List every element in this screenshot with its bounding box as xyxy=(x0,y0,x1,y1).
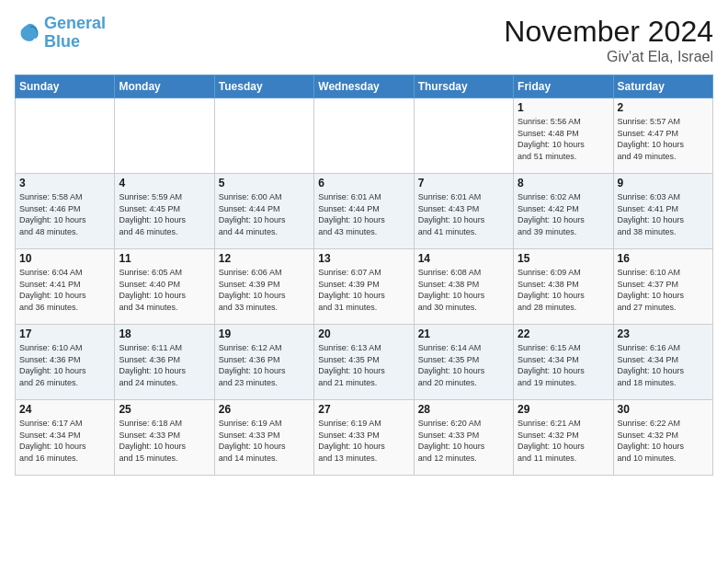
day-number: 9 xyxy=(618,177,709,190)
weekday-header: Tuesday xyxy=(214,75,313,98)
calendar-cell xyxy=(16,98,115,174)
logo-text: General Blue xyxy=(44,15,106,52)
day-number: 20 xyxy=(318,327,409,340)
calendar-cell: 17Sunrise: 6:10 AM Sunset: 4:36 PM Dayli… xyxy=(16,325,115,400)
day-number: 16 xyxy=(618,252,709,265)
calendar-cell: 23Sunrise: 6:16 AM Sunset: 4:34 PM Dayli… xyxy=(613,325,712,400)
calendar-week: 10Sunrise: 6:04 AM Sunset: 4:41 PM Dayli… xyxy=(16,249,713,325)
calendar-cell: 15Sunrise: 6:09 AM Sunset: 4:38 PM Dayli… xyxy=(514,249,613,325)
day-info: Sunrise: 6:09 AM Sunset: 4:38 PM Dayligh… xyxy=(518,267,609,313)
calendar-cell: 19Sunrise: 6:12 AM Sunset: 4:36 PM Dayli… xyxy=(214,325,313,400)
calendar-week: 1Sunrise: 5:56 AM Sunset: 4:48 PM Daylig… xyxy=(16,98,713,174)
calendar-cell: 14Sunrise: 6:08 AM Sunset: 4:38 PM Dayli… xyxy=(414,249,513,325)
day-number: 6 xyxy=(318,177,409,190)
header: General Blue November 2024 Giv'at Ela, I… xyxy=(15,15,713,65)
calendar-header: SundayMondayTuesdayWednesdayThursdayFrid… xyxy=(16,75,713,98)
calendar-cell: 2Sunrise: 5:57 AM Sunset: 4:47 PM Daylig… xyxy=(613,98,712,174)
weekday-header: Thursday xyxy=(414,75,513,98)
calendar-cell: 13Sunrise: 6:07 AM Sunset: 4:39 PM Dayli… xyxy=(314,249,414,325)
day-info: Sunrise: 6:18 AM Sunset: 4:33 PM Dayligh… xyxy=(119,418,210,464)
day-number: 21 xyxy=(418,327,509,340)
calendar-cell: 5Sunrise: 6:00 AM Sunset: 4:44 PM Daylig… xyxy=(214,174,313,249)
calendar-week: 3Sunrise: 5:58 AM Sunset: 4:46 PM Daylig… xyxy=(16,174,713,249)
calendar-cell: 10Sunrise: 6:04 AM Sunset: 4:41 PM Dayli… xyxy=(16,249,115,325)
calendar-cell xyxy=(214,98,313,174)
calendar-cell: 27Sunrise: 6:19 AM Sunset: 4:33 PM Dayli… xyxy=(314,400,414,476)
day-number: 4 xyxy=(119,177,210,190)
calendar-cell: 20Sunrise: 6:13 AM Sunset: 4:35 PM Dayli… xyxy=(314,325,414,400)
weekday-header: Wednesday xyxy=(314,75,414,98)
day-number: 15 xyxy=(518,252,609,265)
calendar-cell: 22Sunrise: 6:15 AM Sunset: 4:34 PM Dayli… xyxy=(514,325,613,400)
weekday-header: Sunday xyxy=(16,75,115,98)
calendar-cell: 3Sunrise: 5:58 AM Sunset: 4:46 PM Daylig… xyxy=(16,174,115,249)
day-number: 2 xyxy=(618,101,709,114)
day-info: Sunrise: 6:15 AM Sunset: 4:34 PM Dayligh… xyxy=(518,342,609,388)
day-info: Sunrise: 6:16 AM Sunset: 4:34 PM Dayligh… xyxy=(618,342,709,388)
weekday-header: Friday xyxy=(514,75,613,98)
day-number: 26 xyxy=(219,403,310,416)
day-info: Sunrise: 5:58 AM Sunset: 4:46 PM Dayligh… xyxy=(19,191,110,237)
day-info: Sunrise: 6:19 AM Sunset: 4:33 PM Dayligh… xyxy=(219,418,310,464)
day-info: Sunrise: 6:22 AM Sunset: 4:32 PM Dayligh… xyxy=(618,418,709,464)
day-number: 10 xyxy=(19,252,110,265)
day-info: Sunrise: 6:05 AM Sunset: 4:40 PM Dayligh… xyxy=(119,267,210,313)
calendar-cell: 28Sunrise: 6:20 AM Sunset: 4:33 PM Dayli… xyxy=(414,400,513,476)
day-info: Sunrise: 6:00 AM Sunset: 4:44 PM Dayligh… xyxy=(219,191,310,237)
calendar-cell xyxy=(314,98,414,174)
day-info: Sunrise: 6:10 AM Sunset: 4:36 PM Dayligh… xyxy=(19,342,110,388)
calendar-cell: 6Sunrise: 6:01 AM Sunset: 4:44 PM Daylig… xyxy=(314,174,414,249)
calendar-week: 24Sunrise: 6:17 AM Sunset: 4:34 PM Dayli… xyxy=(16,400,713,476)
day-number: 12 xyxy=(219,252,310,265)
day-number: 17 xyxy=(19,327,110,340)
weekday-header: Saturday xyxy=(613,75,712,98)
calendar-cell: 25Sunrise: 6:18 AM Sunset: 4:33 PM Dayli… xyxy=(115,400,214,476)
day-number: 30 xyxy=(618,403,709,416)
day-info: Sunrise: 6:20 AM Sunset: 4:33 PM Dayligh… xyxy=(418,418,509,464)
calendar: SundayMondayTuesdayWednesdayThursdayFrid… xyxy=(15,75,713,476)
day-info: Sunrise: 6:11 AM Sunset: 4:36 PM Dayligh… xyxy=(119,342,210,388)
calendar-cell: 9Sunrise: 6:03 AM Sunset: 4:41 PM Daylig… xyxy=(613,174,712,249)
day-info: Sunrise: 6:12 AM Sunset: 4:36 PM Dayligh… xyxy=(219,342,310,388)
day-number: 7 xyxy=(418,177,509,190)
calendar-week: 17Sunrise: 6:10 AM Sunset: 4:36 PM Dayli… xyxy=(16,325,713,400)
day-number: 19 xyxy=(219,327,310,340)
day-info: Sunrise: 6:08 AM Sunset: 4:38 PM Dayligh… xyxy=(418,267,509,313)
day-number: 5 xyxy=(219,177,310,190)
day-info: Sunrise: 6:02 AM Sunset: 4:42 PM Dayligh… xyxy=(518,191,609,237)
calendar-cell: 4Sunrise: 5:59 AM Sunset: 4:45 PM Daylig… xyxy=(115,174,214,249)
day-number: 3 xyxy=(19,177,110,190)
day-info: Sunrise: 6:13 AM Sunset: 4:35 PM Dayligh… xyxy=(318,342,409,388)
weekday-header: Monday xyxy=(115,75,214,98)
day-info: Sunrise: 6:04 AM Sunset: 4:41 PM Dayligh… xyxy=(19,267,110,313)
calendar-cell: 29Sunrise: 6:21 AM Sunset: 4:32 PM Dayli… xyxy=(514,400,613,476)
page: General Blue November 2024 Giv'at Ela, I… xyxy=(0,0,728,563)
day-info: Sunrise: 5:59 AM Sunset: 4:45 PM Dayligh… xyxy=(119,191,210,237)
day-info: Sunrise: 6:03 AM Sunset: 4:41 PM Dayligh… xyxy=(618,191,709,237)
day-number: 24 xyxy=(19,403,110,416)
title-block: November 2024 Giv'at Ela, Israel xyxy=(504,15,713,65)
calendar-body: 1Sunrise: 5:56 AM Sunset: 4:48 PM Daylig… xyxy=(16,98,713,476)
calendar-cell: 21Sunrise: 6:14 AM Sunset: 4:35 PM Dayli… xyxy=(414,325,513,400)
location: Giv'at Ela, Israel xyxy=(504,49,713,65)
day-info: Sunrise: 6:21 AM Sunset: 4:32 PM Dayligh… xyxy=(518,418,609,464)
calendar-cell: 11Sunrise: 6:05 AM Sunset: 4:40 PM Dayli… xyxy=(115,249,214,325)
day-number: 25 xyxy=(119,403,210,416)
day-info: Sunrise: 6:01 AM Sunset: 4:43 PM Dayligh… xyxy=(418,191,509,237)
day-number: 27 xyxy=(318,403,409,416)
logo: General Blue xyxy=(15,15,106,52)
day-number: 29 xyxy=(518,403,609,416)
day-info: Sunrise: 6:17 AM Sunset: 4:34 PM Dayligh… xyxy=(19,418,110,464)
calendar-cell: 8Sunrise: 6:02 AM Sunset: 4:42 PM Daylig… xyxy=(514,174,613,249)
day-info: Sunrise: 6:06 AM Sunset: 4:39 PM Dayligh… xyxy=(219,267,310,313)
day-info: Sunrise: 6:10 AM Sunset: 4:37 PM Dayligh… xyxy=(618,267,709,313)
logo-line2: Blue xyxy=(44,33,106,52)
calendar-cell: 24Sunrise: 6:17 AM Sunset: 4:34 PM Dayli… xyxy=(16,400,115,476)
day-info: Sunrise: 6:07 AM Sunset: 4:39 PM Dayligh… xyxy=(318,267,409,313)
weekday-row: SundayMondayTuesdayWednesdayThursdayFrid… xyxy=(16,75,713,98)
logo-line1: General xyxy=(44,15,106,33)
month-title: November 2024 xyxy=(504,15,713,49)
calendar-cell: 18Sunrise: 6:11 AM Sunset: 4:36 PM Dayli… xyxy=(115,325,214,400)
calendar-cell: 1Sunrise: 5:56 AM Sunset: 4:48 PM Daylig… xyxy=(514,98,613,174)
logo-icon xyxy=(15,20,40,46)
